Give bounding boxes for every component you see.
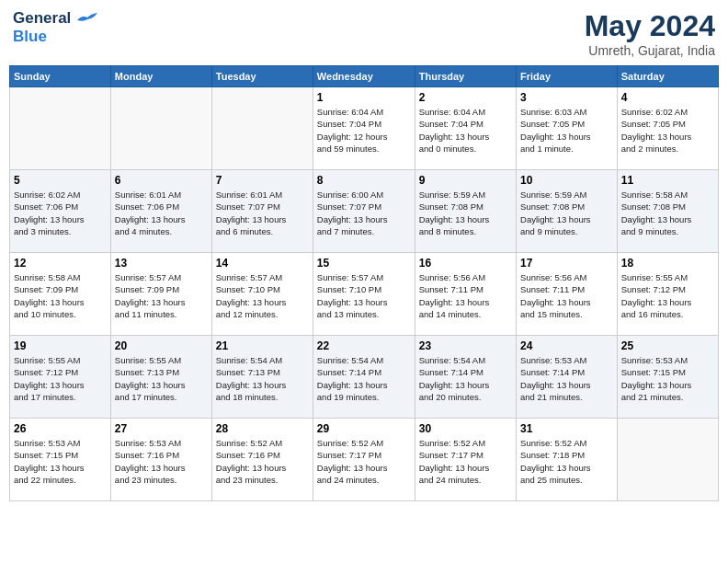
- day-number: 18: [621, 257, 714, 270]
- weekday-header-saturday: Saturday: [617, 66, 718, 87]
- calendar-cell: 6Sunrise: 6:01 AM Sunset: 7:06 PM Daylig…: [110, 170, 211, 253]
- title-section: May 2024 Umreth, Gujarat, India: [585, 9, 715, 58]
- calendar-cell: 21Sunrise: 5:54 AM Sunset: 7:13 PM Dayli…: [211, 336, 313, 419]
- calendar-cell: 7Sunrise: 6:01 AM Sunset: 7:07 PM Daylig…: [211, 170, 313, 253]
- day-info-text: Sunrise: 5:53 AM Sunset: 7:15 PM Dayligh…: [621, 354, 714, 403]
- weekday-header-sunday: Sunday: [10, 66, 111, 87]
- day-number: 22: [317, 339, 411, 352]
- day-number: 23: [419, 339, 512, 352]
- calendar-cell: 14Sunrise: 5:57 AM Sunset: 7:10 PM Dayli…: [211, 253, 313, 336]
- calendar-cell: 27Sunrise: 5:53 AM Sunset: 7:16 PM Dayli…: [110, 419, 211, 501]
- calendar-body: 1Sunrise: 6:04 AM Sunset: 7:04 PM Daylig…: [10, 87, 719, 501]
- day-number: 1: [317, 91, 411, 104]
- calendar-cell: 26Sunrise: 5:53 AM Sunset: 7:15 PM Dayli…: [10, 419, 111, 501]
- calendar-cell: 30Sunrise: 5:52 AM Sunset: 7:17 PM Dayli…: [415, 419, 516, 501]
- logo-bird-icon: [77, 13, 97, 26]
- day-number: 29: [317, 422, 411, 435]
- day-info-text: Sunrise: 6:00 AM Sunset: 7:07 PM Dayligh…: [317, 189, 411, 237]
- calendar-cell: 10Sunrise: 5:59 AM Sunset: 7:08 PM Dayli…: [517, 170, 618, 253]
- page-header: General Blue May 2024 Umreth, Gujarat, I…: [9, 9, 719, 58]
- day-info-text: Sunrise: 5:52 AM Sunset: 7:16 PM Dayligh…: [216, 437, 309, 486]
- weekday-header-friday: Friday: [517, 66, 618, 87]
- calendar-cell: 2Sunrise: 6:04 AM Sunset: 7:04 PM Daylig…: [415, 87, 516, 170]
- calendar-cell: [10, 87, 111, 170]
- day-info-text: Sunrise: 5:53 AM Sunset: 7:14 PM Dayligh…: [520, 354, 613, 403]
- calendar-week-row: 1Sunrise: 6:04 AM Sunset: 7:04 PM Daylig…: [10, 87, 719, 170]
- day-info-text: Sunrise: 5:53 AM Sunset: 7:15 PM Dayligh…: [14, 437, 107, 486]
- calendar-cell: 12Sunrise: 5:58 AM Sunset: 7:09 PM Dayli…: [10, 253, 111, 336]
- weekday-header-thursday: Thursday: [415, 66, 516, 87]
- day-number: 7: [216, 174, 309, 187]
- day-number: 16: [419, 257, 512, 270]
- day-number: 12: [14, 257, 107, 270]
- day-info-text: Sunrise: 5:55 AM Sunset: 7:12 PM Dayligh…: [621, 271, 714, 320]
- day-info-text: Sunrise: 5:52 AM Sunset: 7:17 PM Dayligh…: [419, 437, 512, 486]
- day-number: 26: [14, 422, 107, 435]
- day-number: 9: [419, 174, 512, 187]
- calendar-cell: 16Sunrise: 5:56 AM Sunset: 7:11 PM Dayli…: [415, 253, 516, 336]
- day-info-text: Sunrise: 5:59 AM Sunset: 7:08 PM Dayligh…: [520, 189, 613, 237]
- day-info-text: Sunrise: 5:54 AM Sunset: 7:14 PM Dayligh…: [317, 354, 411, 403]
- day-number: 27: [115, 422, 208, 435]
- calendar-cell: 3Sunrise: 6:03 AM Sunset: 7:05 PM Daylig…: [517, 87, 618, 170]
- day-info-text: Sunrise: 5:58 AM Sunset: 7:09 PM Dayligh…: [14, 271, 107, 320]
- day-number: 6: [115, 174, 208, 187]
- day-info-text: Sunrise: 5:54 AM Sunset: 7:13 PM Dayligh…: [216, 354, 309, 403]
- logo-general: General: [13, 9, 71, 27]
- day-number: 17: [520, 257, 613, 270]
- day-info-text: Sunrise: 5:55 AM Sunset: 7:12 PM Dayligh…: [14, 354, 107, 403]
- day-number: 15: [317, 257, 411, 270]
- month-year-title: May 2024: [585, 9, 715, 43]
- calendar-week-row: 5Sunrise: 6:02 AM Sunset: 7:06 PM Daylig…: [10, 170, 719, 253]
- day-number: 13: [115, 257, 208, 270]
- weekday-header-wednesday: Wednesday: [313, 66, 415, 87]
- calendar-cell: 9Sunrise: 5:59 AM Sunset: 7:08 PM Daylig…: [415, 170, 516, 253]
- calendar-week-row: 26Sunrise: 5:53 AM Sunset: 7:15 PM Dayli…: [10, 419, 719, 501]
- calendar-cell: 31Sunrise: 5:52 AM Sunset: 7:18 PM Dayli…: [517, 419, 618, 501]
- day-info-text: Sunrise: 5:58 AM Sunset: 7:08 PM Dayligh…: [621, 189, 714, 237]
- day-info-text: Sunrise: 6:01 AM Sunset: 7:07 PM Dayligh…: [216, 189, 309, 237]
- calendar-cell: 8Sunrise: 6:00 AM Sunset: 7:07 PM Daylig…: [313, 170, 415, 253]
- calendar-week-row: 19Sunrise: 5:55 AM Sunset: 7:12 PM Dayli…: [10, 336, 719, 419]
- calendar-cell: 25Sunrise: 5:53 AM Sunset: 7:15 PM Dayli…: [617, 336, 718, 419]
- day-info-text: Sunrise: 6:04 AM Sunset: 7:04 PM Dayligh…: [317, 106, 411, 155]
- calendar-cell: 17Sunrise: 5:56 AM Sunset: 7:11 PM Dayli…: [517, 253, 618, 336]
- day-info-text: Sunrise: 6:03 AM Sunset: 7:05 PM Dayligh…: [520, 106, 613, 155]
- day-number: 14: [216, 257, 309, 270]
- day-number: 20: [115, 339, 208, 352]
- weekday-header-row: SundayMondayTuesdayWednesdayThursdayFrid…: [10, 66, 719, 87]
- day-info-text: Sunrise: 5:57 AM Sunset: 7:10 PM Dayligh…: [317, 271, 411, 320]
- day-number: 30: [419, 422, 512, 435]
- day-info-text: Sunrise: 6:02 AM Sunset: 7:05 PM Dayligh…: [621, 106, 714, 155]
- calendar-header: SundayMondayTuesdayWednesdayThursdayFrid…: [10, 66, 719, 87]
- calendar-cell: [617, 419, 718, 501]
- calendar-cell: [110, 87, 211, 170]
- calendar-week-row: 12Sunrise: 5:58 AM Sunset: 7:09 PM Dayli…: [10, 253, 719, 336]
- calendar-cell: 18Sunrise: 5:55 AM Sunset: 7:12 PM Dayli…: [617, 253, 718, 336]
- day-number: 10: [520, 174, 613, 187]
- day-info-text: Sunrise: 6:02 AM Sunset: 7:06 PM Dayligh…: [14, 189, 107, 237]
- day-number: 19: [14, 339, 107, 352]
- day-info-text: Sunrise: 5:55 AM Sunset: 7:13 PM Dayligh…: [115, 354, 208, 403]
- weekday-header-tuesday: Tuesday: [211, 66, 313, 87]
- logo-text-block: General Blue: [13, 9, 97, 45]
- day-info-text: Sunrise: 5:57 AM Sunset: 7:09 PM Dayligh…: [115, 271, 208, 320]
- day-number: 3: [520, 91, 613, 104]
- calendar-cell: 4Sunrise: 6:02 AM Sunset: 7:05 PM Daylig…: [617, 87, 718, 170]
- logo: General Blue: [13, 9, 97, 45]
- day-number: 11: [621, 174, 714, 187]
- calendar-cell: 11Sunrise: 5:58 AM Sunset: 7:08 PM Dayli…: [617, 170, 718, 253]
- day-number: 25: [621, 339, 714, 352]
- calendar-cell: 24Sunrise: 5:53 AM Sunset: 7:14 PM Dayli…: [517, 336, 618, 419]
- weekday-header-monday: Monday: [110, 66, 211, 87]
- day-number: 4: [621, 91, 714, 104]
- day-number: 28: [216, 422, 309, 435]
- logo-blue: Blue: [13, 28, 97, 46]
- calendar-cell: 28Sunrise: 5:52 AM Sunset: 7:16 PM Dayli…: [211, 419, 313, 501]
- day-info-text: Sunrise: 6:01 AM Sunset: 7:06 PM Dayligh…: [115, 189, 208, 237]
- calendar-cell: 29Sunrise: 5:52 AM Sunset: 7:17 PM Dayli…: [313, 419, 415, 501]
- day-info-text: Sunrise: 5:52 AM Sunset: 7:17 PM Dayligh…: [317, 437, 411, 486]
- day-info-text: Sunrise: 5:59 AM Sunset: 7:08 PM Dayligh…: [419, 189, 512, 237]
- day-number: 24: [520, 339, 613, 352]
- location-subtitle: Umreth, Gujarat, India: [585, 43, 715, 58]
